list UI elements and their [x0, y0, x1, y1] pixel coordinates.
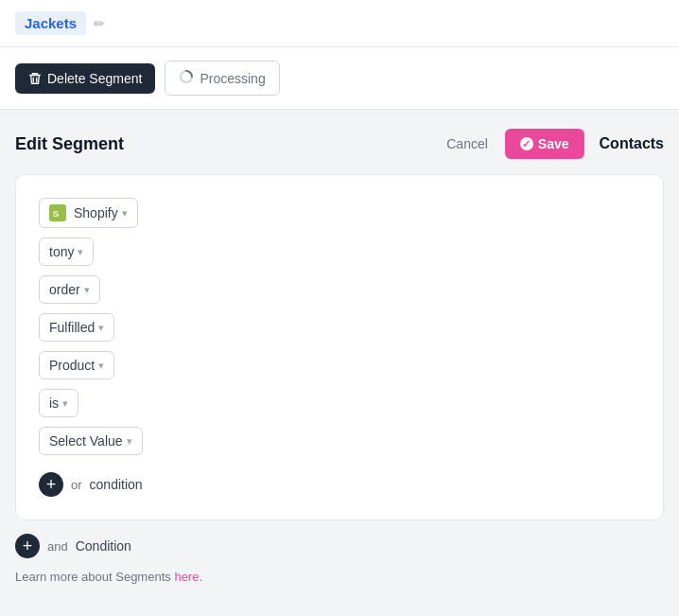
and-condition-text: Condition	[76, 538, 131, 554]
svg-text:S: S	[53, 208, 60, 219]
learn-more-link[interactable]: here	[174, 570, 199, 584]
add-and-condition-button[interactable]: +	[15, 534, 40, 558]
condition-column: S Shopify ▾ tony ▾ order ▾ Fulfilled ▾	[39, 198, 640, 465]
event-dropdown[interactable]: order ▾	[39, 275, 100, 304]
contact-chevron-icon: ▾	[78, 246, 83, 258]
or-condition-row: + or condition	[39, 472, 640, 497]
save-button[interactable]: ✓ Save	[505, 129, 584, 159]
value-chevron-icon: ▾	[127, 435, 132, 448]
operator-label: is	[49, 396, 59, 411]
integration-label: Shopify	[74, 205, 118, 220]
header-actions: Cancel ✓ Save Contacts	[437, 129, 664, 159]
segment-name-badge[interactable]: Jackets	[15, 11, 86, 35]
page-title: Edit Segment	[15, 134, 437, 154]
integration-chevron-icon: ▾	[122, 207, 128, 220]
toolbar: Delete Segment Processing	[0, 47, 679, 110]
operator-chevron-icon: ▾	[62, 397, 68, 410]
event-chevron-icon: ▾	[84, 284, 90, 296]
and-label: and	[47, 539, 68, 554]
main-content: Edit Segment Cancel ✓ Save Contacts S Sh…	[0, 110, 679, 603]
processing-button[interactable]: Processing	[165, 61, 279, 96]
delete-segment-button[interactable]: Delete Segment	[15, 63, 155, 94]
trash-icon	[28, 72, 42, 85]
processing-spinner-icon	[179, 69, 194, 87]
or-condition-text: condition	[90, 477, 143, 492]
edit-icon[interactable]: ✏	[94, 16, 105, 31]
event-label: order	[49, 282, 80, 297]
learn-more-text: Learn more about Segments	[15, 570, 171, 584]
learn-more-period: .	[199, 570, 202, 584]
checkmark-icon: ✓	[520, 137, 533, 150]
value-dropdown[interactable]: Select Value ▾	[39, 427, 143, 455]
operator-dropdown[interactable]: is ▾	[39, 389, 78, 417]
property-dropdown[interactable]: Product ▾	[39, 351, 114, 379]
contacts-label: Contacts	[600, 135, 664, 152]
header: Jackets ✏	[0, 0, 679, 47]
contact-dropdown[interactable]: tony ▾	[39, 238, 94, 266]
save-label: Save	[538, 136, 569, 151]
status-dropdown[interactable]: Fulfilled ▾	[39, 313, 114, 342]
status-label: Fulfilled	[49, 320, 95, 335]
delete-segment-label: Delete Segment	[47, 71, 142, 86]
status-chevron-icon: ▾	[98, 322, 104, 334]
cancel-button[interactable]: Cancel	[437, 131, 497, 157]
shopify-icon: S	[49, 204, 66, 221]
or-label: or	[71, 478, 82, 492]
property-label: Product	[49, 358, 95, 373]
integration-dropdown[interactable]: S Shopify ▾	[39, 198, 138, 228]
and-condition-row: + and Condition	[15, 534, 664, 558]
learn-more-row: Learn more about Segments here.	[15, 570, 664, 584]
segment-box: S Shopify ▾ tony ▾ order ▾ Fulfilled ▾	[15, 174, 664, 520]
add-or-condition-button[interactable]: +	[39, 472, 63, 497]
value-label: Select Value	[49, 433, 123, 449]
property-chevron-icon: ▾	[98, 360, 104, 372]
processing-label: Processing	[200, 71, 265, 86]
contact-label: tony	[49, 244, 74, 259]
edit-segment-header: Edit Segment Cancel ✓ Save Contacts	[15, 129, 664, 159]
